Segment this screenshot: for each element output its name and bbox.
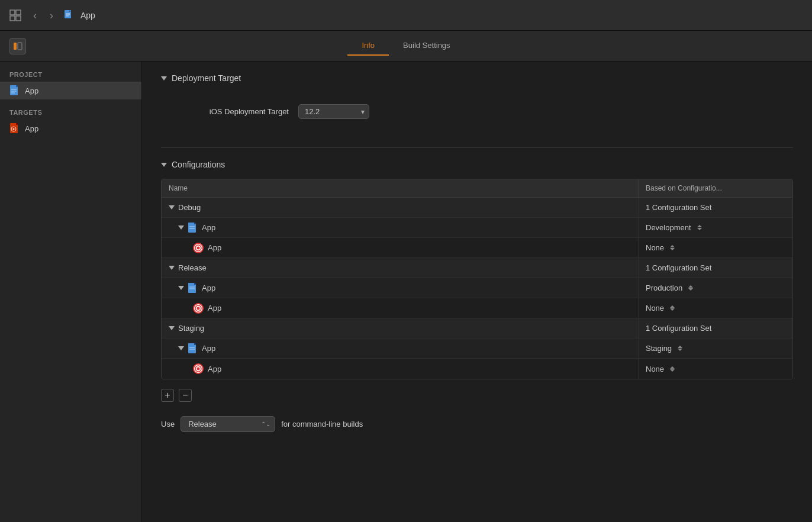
deployment-collapse-icon[interactable] (161, 76, 167, 80)
svg-point-45 (197, 368, 200, 370)
sidebar-item-project-app[interactable]: App (0, 82, 141, 99)
sidebar: PROJECT App TARGETS App (0, 62, 142, 522)
col-name: Name (162, 179, 639, 197)
project-file-icon (9, 85, 20, 96)
forward-button[interactable]: › (46, 9, 57, 22)
staging-app-file-value: Staging (639, 339, 792, 358)
debug-app-target-stepper[interactable] (670, 245, 675, 250)
svg-point-21 (13, 128, 15, 130)
debug-app-target-config: None (646, 243, 664, 252)
release-app-target-config: None (646, 304, 664, 312)
debug-app-target-value: None (639, 238, 792, 257)
svg-rect-0 (10, 10, 15, 15)
debug-name-col: Debug (162, 198, 639, 217)
release-app-file-value: Production (639, 278, 792, 298)
panel-toggle-button[interactable] (9, 38, 26, 54)
config-debug-app-file[interactable]: App Development (162, 218, 792, 238)
configurations-section-title: Configurations (172, 160, 225, 169)
ios-deployment-select[interactable]: 12.2 12.0 12.1 12.3 12.4 13.0 (298, 104, 369, 119)
debug-config-count: 1 Configuration Set (646, 203, 711, 212)
config-actions: + − (161, 389, 793, 402)
release-value-col: 1 Configuration Set (639, 258, 792, 278)
release-app-target-name-col: App (162, 298, 639, 318)
staging-app-target-icon (192, 363, 204, 375)
back-button[interactable]: ‹ (30, 9, 40, 22)
staging-app-file-collapse-icon[interactable] (178, 346, 184, 350)
content-area: Deployment Target iOS Deployment Target … (142, 62, 812, 522)
config-staging-app-target[interactable]: App None (162, 359, 792, 379)
config-group-staging[interactable]: Staging 1 Configuration Set (162, 318, 792, 339)
release-config-count: 1 Configuration Set (646, 263, 711, 272)
remove-config-button[interactable]: − (179, 389, 192, 402)
staging-value-col: 1 Configuration Set (639, 318, 792, 338)
config-staging-app-file[interactable]: App Staging (162, 339, 792, 359)
tab-build-settings[interactable]: Build Settings (389, 36, 465, 56)
config-release-app-file[interactable]: App Production (162, 278, 792, 298)
staging-app-file-icon (188, 343, 198, 355)
deployment-section: Deployment Target iOS Deployment Target … (161, 73, 793, 131)
sidebar-item-target-app[interactable]: App (0, 120, 141, 137)
staging-app-target-label: App (208, 365, 221, 373)
release-app-target-value: None (639, 298, 792, 318)
debug-app-file-label: App (202, 223, 215, 232)
release-app-file-config: Production (646, 283, 682, 292)
staging-collapse-icon[interactable] (169, 326, 175, 330)
config-group-release[interactable]: Release 1 Configuration Set (162, 258, 792, 278)
debug-value-col: 1 Configuration Set (639, 198, 792, 217)
target-app-icon (9, 123, 20, 134)
grid-icon[interactable] (7, 7, 24, 24)
release-app-file-name-col: App (162, 278, 639, 298)
add-config-button[interactable]: + (161, 389, 174, 402)
deployment-section-header: Deployment Target (161, 73, 793, 83)
tabs-row: Info Build Settings (0, 31, 812, 62)
config-table-header: Name Based on Configuratio... (162, 179, 792, 198)
toolbar: ‹ › App (0, 0, 812, 31)
ios-deployment-label: iOS Deployment Target (170, 107, 289, 116)
staging-config-count: 1 Configuration Set (646, 324, 711, 333)
toolbar-title: App (80, 11, 95, 20)
release-label: Release (178, 263, 207, 272)
use-select-wrapper: Debug Release Staging (181, 416, 275, 432)
use-label: Use (161, 420, 175, 428)
release-app-file-label: App (202, 283, 215, 292)
release-app-target-stepper[interactable] (670, 305, 675, 311)
debug-label: Debug (178, 203, 201, 212)
config-debug-app-target[interactable]: App None (162, 238, 792, 258)
debug-app-file-stepper[interactable] (697, 225, 702, 230)
staging-app-file-name-col: App (162, 339, 639, 358)
staging-app-file-stepper[interactable] (678, 346, 682, 351)
release-app-file-collapse-icon[interactable] (178, 286, 184, 290)
svg-point-37 (197, 307, 200, 310)
release-collapse-icon[interactable] (169, 266, 175, 270)
debug-app-file-config: Development (646, 223, 691, 232)
target-app-label: App (25, 124, 38, 133)
config-group-debug[interactable]: Debug 1 Configuration Set (162, 198, 792, 218)
tab-info[interactable]: Info (347, 36, 389, 56)
staging-app-target-stepper[interactable] (670, 366, 675, 372)
staging-app-file-label: App (202, 344, 215, 353)
use-row: Use Debug Release Staging for command-li… (161, 414, 793, 434)
svg-rect-1 (16, 10, 21, 15)
staging-app-target-config: None (646, 365, 664, 373)
config-release-app-target[interactable]: App None (162, 298, 792, 318)
debug-app-file-collapse-icon[interactable] (178, 225, 184, 230)
col-based-on: Based on Configuratio... (639, 179, 792, 197)
configurations-section: Configurations Name Based on Configurati… (161, 160, 793, 434)
main-layout: PROJECT App TARGETS App (0, 62, 812, 522)
configurations-collapse-icon[interactable] (161, 163, 167, 167)
targets-section-label: TARGETS (0, 109, 141, 120)
release-app-target-label: App (208, 304, 221, 312)
configurations-section-header: Configurations (161, 160, 793, 169)
ios-deployment-dropdown-wrapper: 12.2 12.0 12.1 12.3 12.4 13.0 (298, 104, 369, 119)
staging-label: Staging (178, 324, 204, 333)
staging-app-target-name-col: App (162, 359, 639, 379)
release-app-file-stepper[interactable] (688, 285, 693, 291)
staging-name-col: Staging (162, 318, 639, 338)
release-app-file-icon (188, 282, 198, 294)
debug-collapse-icon[interactable] (169, 205, 175, 210)
use-select[interactable]: Debug Release Staging (181, 416, 275, 432)
file-icon-toolbar (63, 9, 75, 21)
debug-app-file-icon (188, 222, 198, 234)
staging-app-file-config: Staging (646, 344, 672, 353)
release-app-target-icon (192, 302, 204, 314)
